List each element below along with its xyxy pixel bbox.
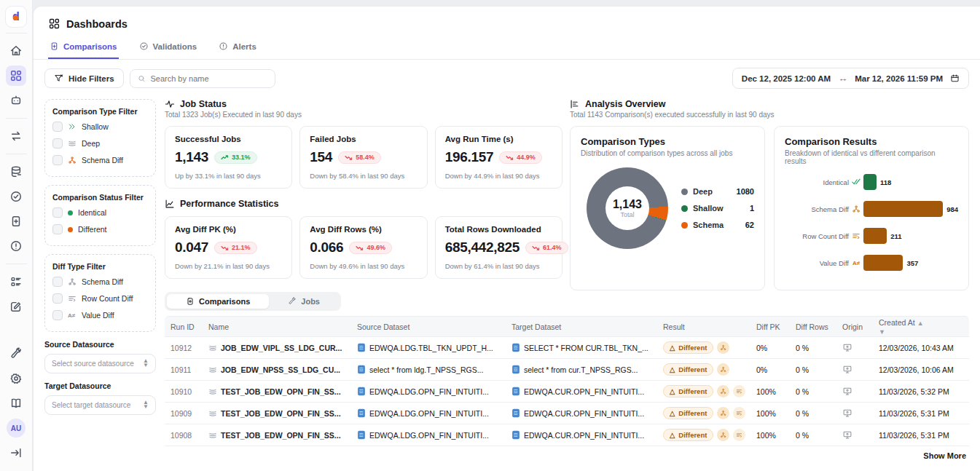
date-range-picker[interactable]: Dec 12, 2025 12:00 AM ↔ Mar 12, 2026 11:…	[732, 68, 969, 89]
trend-badge: 58.4%	[338, 151, 381, 164]
table-row[interactable]: 10910 TEST_JOB_EDW_OPN_FIN_SS... ☲EDWQA.…	[165, 381, 969, 403]
filter-option-schema-diff2[interactable]: Schema Diff	[52, 277, 148, 287]
col-name[interactable]: Name	[203, 322, 351, 331]
logout-icon[interactable]	[6, 443, 26, 463]
col-diff-pk[interactable]: Diff PK	[750, 322, 790, 331]
job-status-section: Job Status Total 1323 Job(s) Executed in…	[165, 99, 562, 290]
hbar-fill[interactable]	[863, 174, 877, 190]
dashboards-icon[interactable]	[6, 66, 26, 86]
filter-option-deep[interactable]: Deep	[52, 138, 148, 149]
database-icon: ☲	[511, 430, 520, 440]
result-badge: △Different	[663, 385, 713, 397]
date-to: Mar 12, 2026 11:59 PM	[855, 74, 943, 83]
user-avatar[interactable]: AU	[7, 419, 26, 438]
legend-item-shallow[interactable]: Shallow 1	[681, 204, 754, 213]
validations-icon[interactable]	[6, 186, 26, 207]
tools-wrench-icon[interactable]	[6, 344, 26, 364]
table-row[interactable]: 10911 JOB_EDW_NPSS_SS_LDG_CU... ☲select …	[165, 359, 969, 381]
alerts-icon[interactable]	[6, 236, 26, 256]
col-target-dataset[interactable]: Target Dataset	[506, 322, 657, 331]
stat-card-avg-diff-rows: Avg Diff Rows (%) 0.066 49.6% Down by 49…	[299, 216, 427, 279]
search-icon	[138, 74, 146, 83]
schema-diff-badge-icon	[717, 363, 729, 376]
line-chart-icon	[165, 199, 175, 209]
comparison-results-chart: Identical 118 Schema Diff 984	[785, 174, 958, 271]
compose-icon[interactable]	[6, 296, 26, 317]
target-datasource-select[interactable]: Select target datasource ▲▼	[44, 395, 156, 415]
col-source-dataset[interactable]: Source Dataset	[351, 322, 506, 331]
filter-option-identical[interactable]: Identical	[52, 207, 148, 218]
warning-icon: △	[670, 409, 675, 417]
col-result[interactable]: Result	[657, 322, 750, 331]
checkbox[interactable]	[52, 155, 63, 165]
filter-option-row-count-diff[interactable]: Row Count Diff	[52, 293, 148, 304]
col-origin[interactable]: Origin	[836, 322, 873, 331]
analysis-overview-section: Analysis Overview Total 1143 Comparison(…	[570, 99, 969, 290]
checkbox[interactable]	[52, 122, 63, 132]
schema-diff-badge-icon	[717, 407, 729, 419]
home-icon[interactable]	[6, 41, 26, 61]
search-box[interactable]	[130, 69, 275, 88]
row-count-diff-badge-icon	[733, 429, 745, 441]
bar-row-schema-diff: Schema Diff 984	[785, 201, 958, 217]
checklist-icon[interactable]	[6, 272, 26, 292]
tab-alerts[interactable]: Alerts	[217, 37, 258, 59]
donut-total-value: 1,143	[613, 198, 642, 211]
filter-option-schema-diff[interactable]: Schema Diff	[52, 155, 148, 165]
stat-card-successful-jobs: Successful Jobs 1,143 33.1% Up by 33.1% …	[165, 126, 292, 189]
comparison-types-donut[interactable]: 1,143 Total	[587, 167, 668, 249]
datasources-icon[interactable]	[6, 162, 26, 182]
tab-comparisons[interactable]: Comparisons	[48, 37, 119, 59]
legend-item-deep[interactable]: Deep 1080	[681, 187, 754, 196]
result-badge: △Different	[663, 363, 713, 376]
checkbox[interactable]	[52, 277, 63, 287]
table-tab-jobs[interactable]: Jobs	[269, 294, 339, 309]
stat-card-failed-jobs: Failed Jobs 154 58.4% Down by 58.4% in l…	[299, 126, 427, 189]
filter-option-value-diff[interactable]: A≠ Value Diff	[52, 310, 148, 320]
hide-filters-button[interactable]: Hide Filters	[44, 68, 124, 88]
checkbox[interactable]	[52, 138, 63, 149]
table-row[interactable]: 10908 TEST_JOB_EDW_OPN_FIN_SS... ☲EDWQA.…	[165, 424, 969, 446]
source-datasource-select[interactable]: Select source datasource ▲▼	[44, 354, 156, 373]
transfers-icon[interactable]	[6, 126, 26, 146]
checkbox[interactable]	[52, 310, 63, 320]
donut-total-label: Total	[620, 211, 634, 218]
col-created-at[interactable]: Created At▲▼	[873, 318, 969, 336]
legend-item-schema[interactable]: Schema 62	[681, 221, 754, 229]
trend-down-icon	[506, 155, 514, 160]
filter-option-shallow[interactable]: Shallow	[52, 122, 148, 132]
table-tab-comparisons[interactable]: Comparisons	[167, 294, 269, 309]
hbar-fill[interactable]	[863, 228, 887, 244]
row-count-diff-badge-icon	[733, 385, 745, 397]
trend-badge: 21.1%	[214, 242, 257, 254]
tab-validations[interactable]: Validations	[138, 37, 199, 59]
app-logo[interactable]: d	[5, 6, 27, 28]
table-header-row: Run ID Name Source Dataset Target Datase…	[165, 316, 969, 337]
trend-badge: 44.9%	[499, 151, 542, 164]
double-check-icon	[852, 178, 861, 186]
checkbox[interactable]	[52, 293, 63, 304]
assistant-bot-icon[interactable]	[6, 90, 26, 111]
hbar-fill[interactable]	[863, 201, 943, 217]
trend-badge: 61.4%	[525, 242, 568, 254]
comparisons-doc-icon[interactable]	[6, 211, 26, 231]
stat-card-avg-run-time: Avg Run Time (s) 196.157 44.9% Down by 4…	[435, 126, 562, 189]
result-badge: △Different	[663, 429, 713, 441]
bar-row-value-diff: Value Diff A≠ 357	[785, 255, 958, 271]
search-input[interactable]	[150, 74, 267, 83]
table-row[interactable]: 10912 JOB_EDW_VIPL_SS_LDG_CUR... ☲EDWQA.…	[165, 337, 969, 359]
checkbox[interactable]	[52, 207, 63, 218]
filter-option-different[interactable]: Different	[52, 224, 148, 234]
row-count-diff-icon	[68, 294, 77, 303]
show-more-button[interactable]: Show More	[165, 446, 969, 460]
docs-book-icon[interactable]	[6, 393, 26, 413]
hbar-fill[interactable]	[863, 255, 903, 271]
settings-gear-icon[interactable]	[6, 368, 26, 389]
col-run-id[interactable]: Run ID	[165, 322, 203, 331]
schema-diff-badge-icon	[717, 385, 729, 397]
chevron-updown-icon: ▲▼	[143, 359, 149, 368]
col-diff-rows[interactable]: Diff Rows	[790, 322, 836, 331]
jobs-wrench-icon	[288, 297, 297, 306]
checkbox[interactable]	[52, 224, 63, 234]
table-row[interactable]: 10909 TEST_JOB_EDW_OPN_FIN_SS... ☲EDWQA.…	[165, 403, 969, 424]
